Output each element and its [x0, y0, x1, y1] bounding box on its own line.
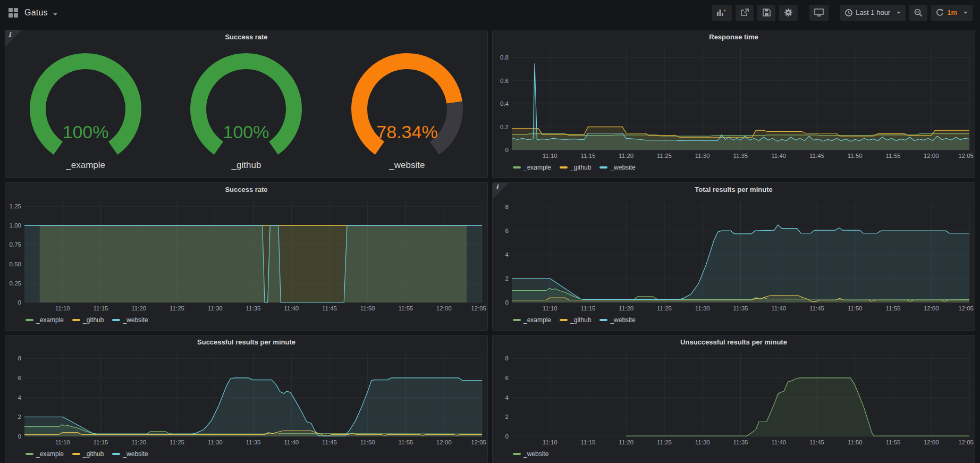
- legend-item[interactable]: _example: [513, 164, 551, 171]
- svg-text:11:35: 11:35: [733, 153, 748, 159]
- legend-swatch: [560, 166, 568, 169]
- legend-label: _website: [610, 316, 635, 324]
- svg-text:11:20: 11:20: [131, 439, 146, 445]
- svg-text:12:05: 12:05: [958, 439, 974, 445]
- legend-item[interactable]: _example: [26, 316, 64, 324]
- svg-text:0.4: 0.4: [500, 100, 509, 107]
- chart-legend: _example_github_website: [493, 162, 975, 173]
- legend-item[interactable]: _website: [112, 316, 148, 324]
- svg-text:11:20: 11:20: [619, 439, 633, 445]
- svg-text:11:40: 11:40: [284, 439, 299, 445]
- refresh-interval-label: 1m: [947, 9, 957, 16]
- svg-text:11:15: 11:15: [581, 153, 596, 159]
- svg-text:12:00: 12:00: [924, 305, 939, 312]
- legend-label: _github: [570, 164, 591, 171]
- legend-item[interactable]: _website: [112, 450, 148, 458]
- dashboards-grid-icon[interactable]: [9, 8, 18, 18]
- svg-text:8: 8: [505, 355, 509, 361]
- unsuccessful-results-chart[interactable]: 11:1011:1511:2011:2511:3011:3511:4011:45…: [493, 349, 975, 448]
- panel-response-time: Response time 11:1011:1511:2011:2511:301…: [492, 30, 975, 178]
- refresh-picker[interactable]: 1m: [931, 5, 973, 21]
- settings-button[interactable]: [779, 5, 798, 21]
- svg-text:11:30: 11:30: [695, 153, 710, 159]
- svg-text:11:35: 11:35: [246, 439, 261, 445]
- svg-text:2: 2: [505, 414, 509, 420]
- cycle-view-button[interactable]: [809, 5, 829, 21]
- legend-label: _website: [610, 164, 635, 171]
- svg-text:11:40: 11:40: [771, 153, 786, 159]
- legend-item[interactable]: _example: [26, 450, 64, 458]
- add-panel-button[interactable]: [712, 5, 732, 21]
- share-button[interactable]: [736, 5, 754, 21]
- zoom-out-icon: [914, 9, 923, 17]
- time-range-picker[interactable]: Last 1 hour: [840, 5, 906, 21]
- zoom-out-button[interactable]: [909, 5, 927, 21]
- panel-title[interactable]: Success rate: [5, 30, 487, 44]
- svg-text:11:55: 11:55: [886, 305, 901, 312]
- save-button[interactable]: [757, 5, 775, 21]
- svg-text:11:10: 11:10: [543, 153, 557, 159]
- svg-text:11:25: 11:25: [657, 153, 672, 159]
- svg-text:0.25: 0.25: [10, 280, 21, 287]
- legend-item[interactable]: _github: [72, 450, 104, 458]
- panel-title[interactable]: Total results per minute: [493, 183, 975, 197]
- svg-text:11:55: 11:55: [886, 153, 901, 159]
- legend-swatch: [26, 319, 33, 321]
- legend-label: _website: [123, 450, 148, 458]
- svg-text:0: 0: [18, 299, 21, 306]
- success-rate-chart[interactable]: 11:1011:1511:2011:2511:3011:3511:4011:45…: [5, 197, 487, 314]
- svg-text:11:50: 11:50: [848, 153, 863, 159]
- svg-text:12:00: 12:00: [924, 153, 939, 159]
- legend-item[interactable]: _example: [513, 316, 551, 324]
- panel-title[interactable]: Response time: [493, 30, 975, 44]
- legend-item[interactable]: _website: [599, 164, 635, 171]
- total-results-chart[interactable]: 11:1011:1511:2011:2511:3011:3511:4011:45…: [493, 197, 975, 314]
- svg-text:2: 2: [18, 414, 21, 420]
- legend-label: _example: [36, 316, 64, 324]
- svg-text:11:10: 11:10: [543, 439, 557, 445]
- svg-text:0.8: 0.8: [500, 54, 509, 61]
- svg-text:11:55: 11:55: [399, 305, 413, 312]
- svg-text:12:05: 12:05: [958, 153, 974, 159]
- chart-legend: _website: [493, 448, 975, 460]
- svg-text:6: 6: [505, 228, 509, 234]
- svg-text:11:25: 11:25: [170, 305, 184, 312]
- share-icon: [740, 9, 749, 16]
- successful-results-chart[interactable]: 11:1011:1511:2011:2511:3011:3511:4011:45…: [5, 349, 487, 448]
- dashboard-title[interactable]: Gatus: [24, 8, 57, 18]
- refresh-icon: [936, 9, 944, 16]
- svg-text:1.00: 1.00: [10, 222, 21, 229]
- settings-gear-icon: [784, 8, 793, 17]
- panel-title[interactable]: Unsuccessful results per minute: [493, 335, 975, 349]
- legend-item[interactable]: _github: [72, 316, 104, 324]
- svg-text:11:35: 11:35: [733, 439, 748, 445]
- gauge-label: _website: [389, 160, 425, 171]
- svg-text:11:50: 11:50: [360, 305, 375, 312]
- svg-text:11:15: 11:15: [94, 439, 108, 445]
- legend-item[interactable]: _website: [513, 450, 548, 458]
- gauge-label: _example: [66, 160, 105, 171]
- legend-swatch: [72, 453, 80, 455]
- legend-item[interactable]: _github: [560, 164, 591, 171]
- response-time-chart[interactable]: 11:1011:1511:2011:2511:3011:3511:4011:45…: [493, 44, 975, 162]
- svg-text:0.2: 0.2: [500, 124, 509, 130]
- svg-text:11:40: 11:40: [284, 305, 299, 312]
- svg-text:0.75: 0.75: [10, 241, 21, 248]
- svg-text:11:30: 11:30: [208, 439, 223, 445]
- navbar: Gatus: [0, 0, 980, 25]
- legend-item[interactable]: _website: [599, 316, 635, 324]
- panel-info-corner[interactable]: [5, 30, 21, 46]
- clock-icon: [845, 9, 852, 16]
- panel-title[interactable]: Success rate: [5, 183, 487, 197]
- dashboard-grid: i Success rate 100% _example 100% _githu…: [0, 25, 980, 463]
- panel-info-corner[interactable]: [493, 183, 509, 199]
- legend-swatch: [599, 319, 607, 321]
- svg-text:11:40: 11:40: [771, 439, 786, 445]
- svg-text:12:05: 12:05: [471, 439, 486, 445]
- panel-title[interactable]: Successful results per minute: [5, 335, 487, 349]
- svg-text:11:40: 11:40: [771, 305, 786, 312]
- legend-item[interactable]: _github: [560, 316, 591, 324]
- svg-text:6: 6: [505, 375, 509, 381]
- svg-text:0: 0: [18, 433, 21, 440]
- svg-text:11:10: 11:10: [543, 305, 557, 312]
